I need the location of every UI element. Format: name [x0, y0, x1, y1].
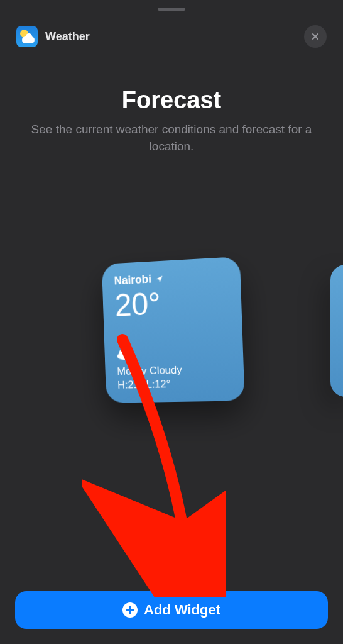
app-name-label: Weather	[45, 30, 90, 43]
widget-carousel[interactable]: Nairobi 20° Mostly Cloudy H:21° L:12°	[0, 236, 343, 425]
high-low-label: H:21° L:12°	[117, 377, 231, 392]
header-left: Weather	[16, 26, 90, 47]
weather-app-icon	[16, 26, 38, 47]
temperature-value: 20°	[114, 284, 229, 321]
add-widget-label: Add Widget	[144, 602, 220, 618]
condition-icon	[116, 345, 231, 363]
page-dot-2[interactable]	[175, 571, 180, 576]
close-icon	[310, 31, 320, 42]
location-label: Nairobi	[114, 272, 151, 287]
location-row: Nairobi	[114, 269, 227, 287]
close-button[interactable]	[304, 25, 327, 48]
sheet-grabber[interactable]	[158, 8, 185, 11]
location-arrow-icon	[155, 274, 163, 284]
page-dot-1[interactable]	[163, 571, 168, 576]
widget-bottom: Mostly Cloudy H:21° L:12°	[116, 345, 231, 392]
cloud-icon	[22, 36, 35, 43]
page-title: Forecast	[0, 87, 343, 114]
weather-widget-preview[interactable]: Nairobi 20° Mostly Cloudy H:21° L:12°	[101, 257, 244, 403]
widget-top: Nairobi 20°	[114, 269, 229, 321]
plus-circle-icon	[122, 602, 138, 618]
next-widget-peek[interactable]	[330, 265, 343, 397]
page-subtitle: See the current weather conditions and f…	[0, 121, 343, 155]
page-indicator[interactable]	[163, 571, 180, 576]
add-widget-button[interactable]: Add Widget	[15, 591, 328, 629]
condition-label: Mostly Cloudy	[117, 362, 231, 377]
